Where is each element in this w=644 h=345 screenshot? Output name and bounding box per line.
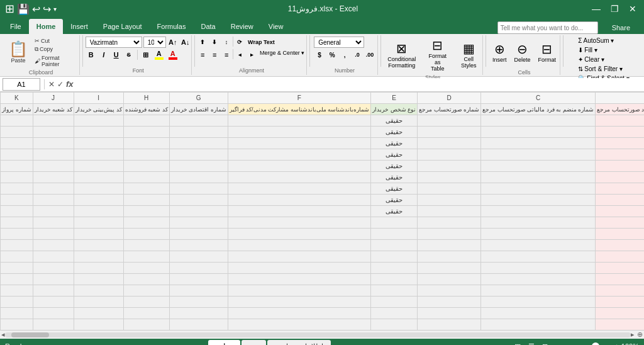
cell-F4[interactable] [228, 138, 371, 149]
cell-B8[interactable] [596, 183, 644, 195]
comma-button[interactable]: , [339, 49, 350, 60]
cell-D5[interactable] [418, 149, 481, 161]
font-name-select[interactable]: Vazirmatn [86, 37, 142, 48]
cell-G10[interactable] [169, 206, 228, 217]
cell-F18[interactable] [228, 297, 371, 308]
fill-color-btn[interactable]: A [153, 49, 165, 60]
view-layout-icon[interactable]: ☰ [528, 342, 535, 346]
cell-H11[interactable] [123, 217, 169, 229]
cell-J12[interactable] [33, 229, 74, 240]
decrease-decimal-button[interactable]: .00 [364, 49, 375, 60]
cell-G1[interactable]: شماره اقتصادی خریدار [169, 104, 228, 115]
cell-D2[interactable] [418, 115, 481, 127]
cell-G20[interactable] [169, 319, 228, 331]
save-icon[interactable]: 💾 [17, 3, 30, 15]
cell-K9[interactable] [1, 195, 33, 206]
decrease-indent-button[interactable]: ◂ [234, 49, 245, 60]
cell-C16[interactable] [481, 274, 596, 285]
cell-G15[interactable] [169, 263, 228, 274]
sheet-tab-bede[interactable]: بده [242, 340, 266, 345]
horizontal-scrollbar[interactable]: ◂ ▸ ⊕ [0, 330, 644, 339]
cell-G18[interactable] [169, 297, 228, 308]
merge-center-button[interactable]: Merge & Center ▾ [258, 49, 306, 60]
cell-E7[interactable]: حقیقی [371, 172, 418, 183]
cancel-formula-icon[interactable]: ✕ [48, 80, 55, 89]
cell-D15[interactable] [418, 263, 481, 274]
cell-J8[interactable] [33, 183, 74, 195]
cell-B7[interactable] [596, 172, 644, 183]
cell-D14[interactable] [418, 251, 481, 263]
underline-button[interactable]: U [111, 49, 122, 60]
cell-E15[interactable] [371, 263, 418, 274]
cell-E17[interactable] [371, 285, 418, 297]
tab-home[interactable]: Home [29, 19, 64, 34]
cell-H19[interactable] [123, 308, 169, 319]
cell-F16[interactable] [228, 274, 371, 285]
cell-C1[interactable]: شماره منضم به فرد مالیاتی صورتحساب مرجع [481, 104, 596, 115]
cell-H17[interactable] [123, 285, 169, 297]
cell-H9[interactable] [123, 195, 169, 206]
autosum-button[interactable]: Σ AutoSum ▾ [576, 37, 616, 45]
cell-G17[interactable] [169, 285, 228, 297]
font-size-select[interactable]: 10 [143, 37, 166, 48]
font-color-btn[interactable]: A [167, 49, 179, 60]
cell-B13[interactable] [596, 240, 644, 251]
cell-E6[interactable]: حقیقی [371, 161, 418, 172]
cell-H13[interactable] [123, 240, 169, 251]
cell-D9[interactable] [418, 195, 481, 206]
cell-C11[interactable] [481, 217, 596, 229]
decrease-font-size-button[interactable]: A↓ [180, 37, 191, 48]
cell-I13[interactable] [74, 240, 123, 251]
cell-C20[interactable] [481, 319, 596, 331]
scroll-right-btn[interactable]: ▸ [631, 331, 635, 339]
cell-D12[interactable] [418, 229, 481, 240]
cell-D20[interactable] [418, 319, 481, 331]
cell-F20[interactable] [228, 319, 371, 331]
cell-E8[interactable]: حقیقی [371, 183, 418, 195]
add-sheet-icon[interactable]: ⊕ [637, 331, 643, 339]
col-header-F[interactable]: F [228, 93, 371, 104]
cell-D11[interactable] [418, 217, 481, 229]
cell-F14[interactable] [228, 251, 371, 263]
cell-H14[interactable] [123, 251, 169, 263]
cell-J10[interactable] [33, 206, 74, 217]
tab-insert[interactable]: Insert [63, 19, 96, 34]
cell-C13[interactable] [481, 240, 596, 251]
zoom-out-button[interactable]: − [555, 342, 559, 345]
cell-C17[interactable] [481, 285, 596, 297]
cell-J16[interactable] [33, 274, 74, 285]
insert-button[interactable]: ⊕ Insert [490, 37, 509, 68]
angle-text-button[interactable]: ⟳ [234, 37, 245, 48]
cell-F19[interactable] [228, 308, 371, 319]
cell-I10[interactable] [74, 206, 123, 217]
cell-I8[interactable] [74, 183, 123, 195]
cell-D3[interactable] [418, 127, 481, 138]
cell-H16[interactable] [123, 274, 169, 285]
cell-I17[interactable] [74, 285, 123, 297]
cell-J20[interactable] [33, 319, 74, 331]
format-as-table-button[interactable]: ⊟ Format asTable [423, 37, 453, 73]
cell-J13[interactable] [33, 240, 74, 251]
cell-D17[interactable] [418, 285, 481, 297]
cell-D6[interactable] [418, 161, 481, 172]
cell-C4[interactable] [481, 138, 596, 149]
cell-F13[interactable] [228, 240, 371, 251]
cell-H2[interactable] [123, 115, 169, 127]
cell-I14[interactable] [74, 251, 123, 263]
cell-J11[interactable] [33, 217, 74, 229]
increase-decimal-button[interactable]: .0 [352, 49, 363, 60]
col-header-D[interactable]: D [418, 93, 481, 104]
cell-C9[interactable] [481, 195, 596, 206]
tab-formulas[interactable]: Formulas [150, 19, 194, 34]
cell-G11[interactable] [169, 217, 228, 229]
cell-G14[interactable] [169, 251, 228, 263]
share-button[interactable]: Share [606, 23, 636, 33]
cell-J4[interactable] [33, 138, 74, 149]
view-normal-icon[interactable]: ▦ [514, 342, 521, 346]
cell-E3[interactable]: حقیقی [371, 127, 418, 138]
cell-K2[interactable] [1, 115, 33, 127]
cell-I7[interactable] [74, 172, 123, 183]
cell-I9[interactable] [74, 195, 123, 206]
cell-E9[interactable]: حقیقی [371, 195, 418, 206]
cell-G9[interactable] [169, 195, 228, 206]
